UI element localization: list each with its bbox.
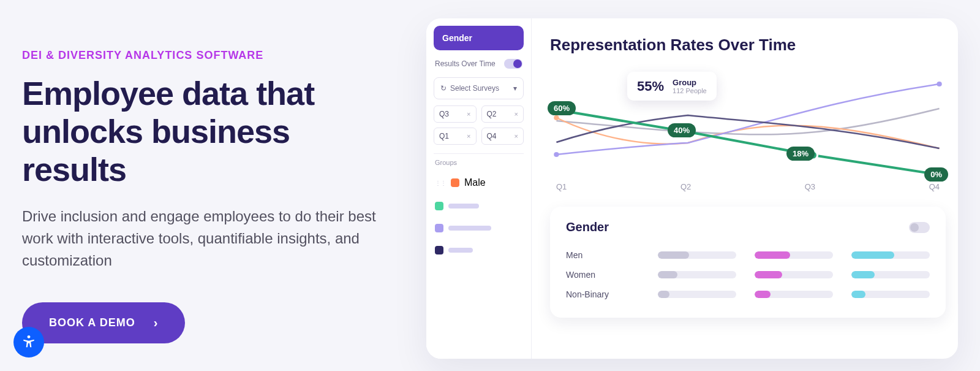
bar <box>755 291 833 298</box>
svg-point-5 <box>937 82 941 86</box>
placeholder-label <box>448 226 491 231</box>
svg-point-7 <box>28 335 31 338</box>
data-badge-q1: 60% <box>548 101 576 115</box>
svg-point-6 <box>554 115 559 120</box>
bar <box>851 291 930 298</box>
select-surveys-dropdown[interactable]: ↻ Select Surveys ▾ <box>434 77 524 99</box>
dashboard-sidebar: Gender Results Over Time ↻ Select Survey… <box>426 18 532 359</box>
representation-chart[interactable]: 60% 40% 18% 0% 55% Group 112 People Q1 Q… <box>550 66 946 201</box>
groups-section-label: Groups <box>434 153 524 167</box>
chip-q4[interactable]: Q4× <box>481 128 524 145</box>
dashboard-mock: Gender Results Over Time ↻ Select Survey… <box>426 18 958 359</box>
chip-q3[interactable]: Q3× <box>434 105 477 123</box>
data-badge-q3: 18% <box>786 147 815 161</box>
chart-tooltip: 55% Group 112 People <box>627 72 717 101</box>
gender-panel-toggle[interactable] <box>909 222 930 233</box>
swatch-icon <box>451 178 459 187</box>
group-row-male[interactable]: ⋮⋮ Male <box>434 174 524 192</box>
gender-row: Non-Binary <box>566 285 930 304</box>
gender-row: Women <box>566 265 930 285</box>
chip-q1[interactable]: Q1× <box>434 128 477 145</box>
chip-q2[interactable]: Q2× <box>481 105 524 123</box>
tooltip-group-sub: 112 People <box>673 87 707 94</box>
tooltip-group-label: Group <box>673 78 707 87</box>
bar <box>658 251 736 259</box>
cta-label: BOOK A DEMO <box>49 316 135 329</box>
swatch-icon <box>435 246 443 254</box>
chart-title: Representation Rates Over Time <box>550 36 952 55</box>
subhead: Drive inclusion and engage employees to … <box>22 205 402 272</box>
group-label: Male <box>464 177 486 188</box>
gender-row: Men <box>566 245 930 265</box>
close-icon[interactable]: × <box>467 132 470 140</box>
accessibility-icon[interactable] <box>13 327 44 358</box>
x-tick: Q4 <box>929 182 940 191</box>
bar <box>755 271 833 278</box>
svg-point-4 <box>554 152 559 157</box>
gender-row-label: Men <box>566 250 639 260</box>
placeholder-label <box>448 204 479 208</box>
gender-filter-button[interactable]: Gender <box>434 26 524 50</box>
gender-row-label: Women <box>566 270 639 280</box>
bar <box>851 251 930 259</box>
survey-chips: Q3× Q2× Q1× Q4× <box>434 105 524 145</box>
swatch-icon <box>435 202 443 210</box>
chevron-down-icon: ▾ <box>513 84 517 93</box>
placeholder-label <box>448 248 473 253</box>
drag-handle-icon[interactable]: ⋮⋮ <box>435 180 446 186</box>
close-icon[interactable]: × <box>514 110 518 118</box>
bar <box>658 271 736 278</box>
bar <box>851 271 930 278</box>
x-tick: Q2 <box>680 182 691 191</box>
gender-panel-title: Gender <box>566 220 609 234</box>
x-axis: Q1 Q2 Q3 Q4 <box>550 178 946 191</box>
tooltip-percent: 55% <box>637 78 664 94</box>
data-badge-q2: 40% <box>668 123 696 137</box>
gender-panel: Gender MenWomenNon-Binary <box>550 207 946 318</box>
results-over-time-toggle[interactable] <box>504 59 522 69</box>
eyebrow-text: DEI & DIVERSITY ANALYTICS SOFTWARE <box>22 49 402 62</box>
close-icon[interactable]: × <box>467 110 470 118</box>
data-badge-q4: 0% <box>924 167 948 182</box>
group-row-placeholder[interactable] <box>434 198 524 214</box>
bar <box>755 251 833 259</box>
x-tick: Q3 <box>805 182 815 191</box>
history-icon: ↻ <box>440 84 447 93</box>
headline: Employee data that unlocks business resu… <box>22 74 402 188</box>
results-over-time-label: Results Over Time <box>435 59 496 68</box>
book-demo-button[interactable]: BOOK A DEMO › <box>22 302 185 343</box>
chevron-right-icon: › <box>154 316 159 330</box>
bar <box>658 291 736 298</box>
group-row-placeholder[interactable] <box>434 242 524 258</box>
x-tick: Q1 <box>556 182 567 191</box>
close-icon[interactable]: × <box>514 132 518 140</box>
select-surveys-label: Select Surveys <box>450 84 499 93</box>
gender-row-label: Non-Binary <box>566 289 639 299</box>
group-row-placeholder[interactable] <box>434 220 524 236</box>
swatch-icon <box>435 224 443 232</box>
chart-svg <box>550 66 946 176</box>
